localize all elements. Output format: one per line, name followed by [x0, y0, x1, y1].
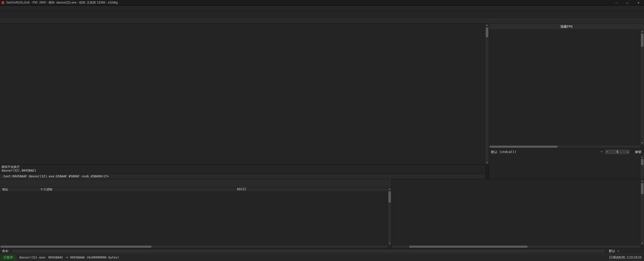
- toolbar: [0, 11, 644, 18]
- disasm-vscrollbar[interactable]: ▲ ▼: [485, 24, 489, 164]
- main-tabbar: [0, 18, 644, 24]
- window-title: DaXXoR(32).ExE - PID: 2800 - 模块: daxxor(…: [6, 1, 118, 5]
- regs-vscrollbar[interactable]: ▲ ▼: [640, 30, 644, 145]
- scroll-down-icon: ▼: [640, 242, 644, 244]
- scroll-down-icon: ▼: [640, 142, 644, 144]
- scroll-up-icon: ▲: [388, 188, 391, 190]
- command-label: 命令:: [2, 249, 9, 253]
- window-controls: ─ □ ✕: [611, 0, 644, 6]
- dump-pane[interactable]: 地址 十六进制 ASCII ▲ ▼: [0, 179, 391, 248]
- arg-count-spinner[interactable]: ▼5▲: [605, 149, 630, 154]
- arg-count-value: 5: [616, 150, 618, 154]
- stack-hscrollbar[interactable]: [392, 245, 640, 248]
- hide-fpu-button[interactable]: 隐藏FPU: [489, 24, 644, 30]
- debug-time: 已调试时间: 2:23:19:23: [609, 255, 641, 260]
- status-message: daxxor(32).exe: 0045BAA5 -> 0045BAAA (0x…: [19, 256, 119, 259]
- dump-header: 地址 十六进制 ASCII: [0, 187, 387, 191]
- chevron-down-icon[interactable]: ▼: [601, 150, 602, 153]
- app-bug-icon: [2, 1, 4, 4]
- scroll-thumb[interactable]: [641, 34, 643, 47]
- dump-tabbar: [0, 179, 391, 187]
- scroll-thumb[interactable]: [388, 191, 391, 202]
- titlebar: DaXXoR(32).ExE - PID: 2800 - 模块: daxxor(…: [0, 0, 644, 6]
- col-hex: 十六进制: [40, 187, 52, 192]
- jump-hint: 跳转不会执行: [2, 165, 484, 169]
- scroll-thumb[interactable]: [490, 146, 557, 148]
- scroll-down-icon: ▼: [388, 242, 391, 244]
- scroll-up-icon: ▲: [640, 180, 644, 182]
- arguments-pane[interactable]: 默认 (stdcall) ▼ ▼5▲ 解锁 ▲: [489, 148, 644, 179]
- close-button[interactable]: ✕: [633, 0, 644, 6]
- dump-vscrollbar[interactable]: ▲ ▼: [388, 187, 391, 245]
- menubar: [0, 6, 644, 11]
- scroll-thumb[interactable]: [641, 159, 643, 165]
- scroll-up-icon: ▲: [485, 24, 489, 26]
- jump-target: daxxor(32).0045BAE1: [2, 169, 484, 173]
- stack-vscrollbar[interactable]: ▲ ▼: [640, 179, 644, 245]
- minimize-button[interactable]: ─: [611, 0, 622, 6]
- disassembly-pane[interactable]: [0, 24, 485, 164]
- command-profile-select[interactable]: 默认: [609, 249, 615, 253]
- scroll-thumb[interactable]: [641, 183, 643, 194]
- stack-pane[interactable]: ▲ ▼: [391, 179, 644, 248]
- calling-convention-select[interactable]: 默认 (stdcall): [491, 150, 516, 154]
- unlock-button[interactable]: 解锁: [635, 150, 641, 154]
- spinner-down-icon[interactable]: ▼: [607, 151, 608, 153]
- spinner-up-icon[interactable]: ▲: [627, 151, 628, 153]
- arguments-header: 默认 (stdcall) ▼ ▼5▲ 解锁: [489, 148, 644, 155]
- col-address: 地址: [2, 187, 8, 192]
- info-box: 跳转不会执行 daxxor(32).0045BAE1: [0, 164, 485, 174]
- scroll-up-icon: ▲: [640, 30, 644, 32]
- status-bar: 已暂停 daxxor(32).exe: 0045BAA5 -> 0045BAAA…: [0, 254, 644, 261]
- scroll-down-icon: ▼: [485, 162, 489, 164]
- address-strip: .text:0045BAAF daxxor(32).exe:$5BAAF #5B…: [0, 174, 485, 179]
- debug-state-badge: 已暂停: [1, 255, 16, 260]
- maximize-button[interactable]: □: [622, 0, 633, 6]
- command-input[interactable]: [12, 249, 605, 253]
- command-bar: 命令: 默认 ▼: [0, 248, 644, 254]
- scroll-up-icon: ▲: [640, 156, 644, 158]
- chevron-down-icon[interactable]: ▼: [617, 250, 619, 252]
- scroll-thumb[interactable]: [1, 246, 151, 248]
- x32dbg-window: DaXXoR(32).ExE - PID: 2800 - 模块: daxxor(…: [0, 0, 644, 261]
- args-vscrollbar[interactable]: ▲: [640, 155, 644, 179]
- col-ascii: ASCII: [237, 187, 246, 191]
- registers-pane[interactable]: 隐藏FPU ▲ ▼: [489, 24, 644, 148]
- scroll-thumb[interactable]: [409, 246, 528, 248]
- scroll-thumb[interactable]: [486, 28, 488, 37]
- regs-hscrollbar[interactable]: [489, 145, 640, 148]
- dump-hscrollbar[interactable]: [0, 245, 387, 248]
